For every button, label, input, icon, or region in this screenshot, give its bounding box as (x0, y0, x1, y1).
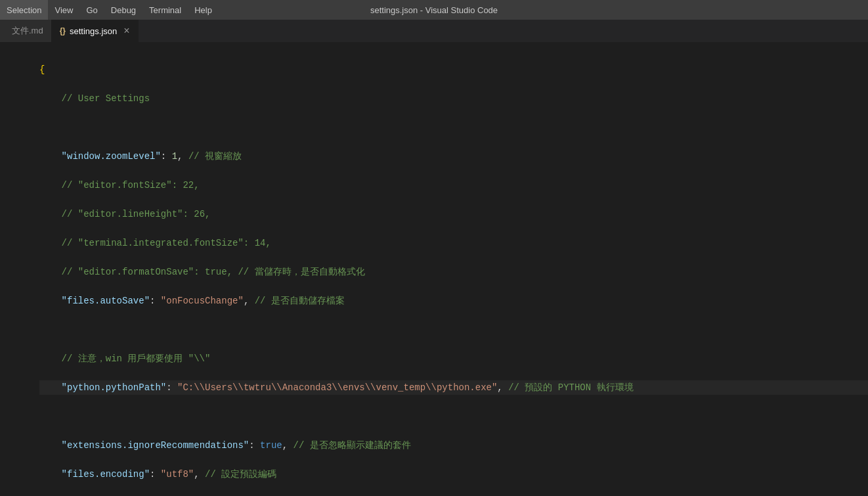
tab-settings-label: settings.json (70, 26, 117, 36)
menu-selection[interactable]: Selection (0, 0, 48, 20)
menu-debug[interactable]: Debug (104, 0, 142, 20)
tab-settings[interactable]: {} settings.json × (52, 19, 139, 42)
menu-view[interactable]: View (48, 0, 79, 20)
editor-content: { // User Settings "window.zoomLevel": 1… (0, 43, 868, 496)
tab-md-label: 文件.md (12, 25, 43, 37)
tab-bar: 文件.md {} settings.json × (0, 20, 868, 43)
menu-bar: Selection View Go Debug Terminal Help (0, 0, 219, 20)
menu-terminal[interactable]: Terminal (142, 0, 188, 20)
menu-help[interactable]: Help (188, 0, 219, 20)
tab-md[interactable]: 文件.md (0, 19, 52, 42)
title-bar: Selection View Go Debug Terminal Help se… (0, 0, 868, 20)
window-title: settings.json - Visual Studio Code (370, 5, 498, 15)
tab-close-icon[interactable]: × (123, 26, 129, 36)
editor-area[interactable]: { // User Settings "window.zoomLevel": 1… (0, 43, 868, 496)
tab-settings-icon: {} (60, 26, 66, 35)
menu-go[interactable]: Go (79, 0, 104, 20)
